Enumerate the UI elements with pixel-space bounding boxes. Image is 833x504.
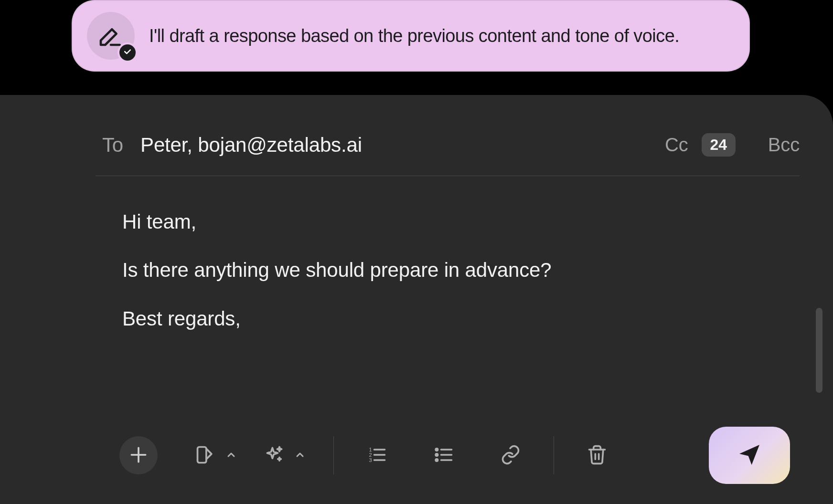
theme-button[interactable]: [186, 436, 224, 474]
to-label: To: [102, 134, 123, 157]
add-button[interactable]: [119, 436, 158, 474]
sparkle-icon: [264, 444, 285, 467]
ai-magic-button[interactable]: [255, 436, 293, 474]
link-button[interactable]: [491, 436, 530, 474]
svg-point-11: [436, 459, 438, 461]
ai-avatar: [87, 12, 135, 60]
chevron-up-icon: [225, 449, 237, 462]
check-icon: [123, 47, 132, 58]
to-field[interactable]: Peter, bojan@zetalabs.ai: [140, 134, 665, 157]
ai-assistant-banner: I'll draft a response based on the previ…: [72, 0, 750, 72]
svg-text:3: 3: [369, 457, 372, 462]
plus-icon: [128, 444, 149, 467]
bullet-list-icon: [433, 444, 454, 467]
compose-toolbar: 1 2 3: [0, 413, 833, 504]
bcc-button[interactable]: Bcc: [768, 134, 800, 156]
numbered-list-button[interactable]: 1 2 3: [358, 436, 396, 474]
send-button[interactable]: [709, 427, 790, 484]
svg-rect-2: [198, 447, 206, 462]
svg-point-9: [436, 448, 438, 450]
svg-point-10: [436, 453, 438, 455]
theme-menu-button[interactable]: [222, 436, 241, 474]
trash-icon: [587, 444, 608, 467]
scrollbar-thumb[interactable]: [816, 308, 822, 393]
body-line: Best regards,: [122, 302, 790, 336]
compose-window: To Peter, bojan@zetalabs.ai Cc 24 Bcc Hi…: [0, 95, 833, 504]
delete-button[interactable]: [578, 436, 616, 474]
cc-bcc-group: Cc 24 Bcc: [665, 133, 800, 157]
check-badge: [117, 42, 138, 63]
toolbar-separator: [554, 436, 554, 474]
toolbar-separator: [333, 436, 334, 474]
email-body-editor[interactable]: Hi team, Is there anything we should pre…: [0, 176, 833, 386]
to-row: To Peter, bojan@zetalabs.ai Cc 24 Bcc: [0, 95, 833, 176]
bullet-list-button[interactable]: [425, 436, 463, 474]
palette-icon: [195, 444, 216, 467]
ai-menu-button[interactable]: [290, 436, 310, 474]
ai-banner-text: I'll draft a response based on the previ…: [149, 26, 679, 46]
numbered-list-icon: 1 2 3: [366, 444, 387, 467]
cc-count-badge: 24: [702, 133, 736, 157]
body-line: Is there anything we should prepare in a…: [122, 253, 790, 287]
link-icon: [500, 444, 521, 467]
body-line: Hi team,: [122, 205, 790, 239]
cc-button[interactable]: Cc: [665, 134, 688, 156]
chevron-up-icon: [294, 449, 306, 462]
send-icon: [736, 441, 763, 470]
